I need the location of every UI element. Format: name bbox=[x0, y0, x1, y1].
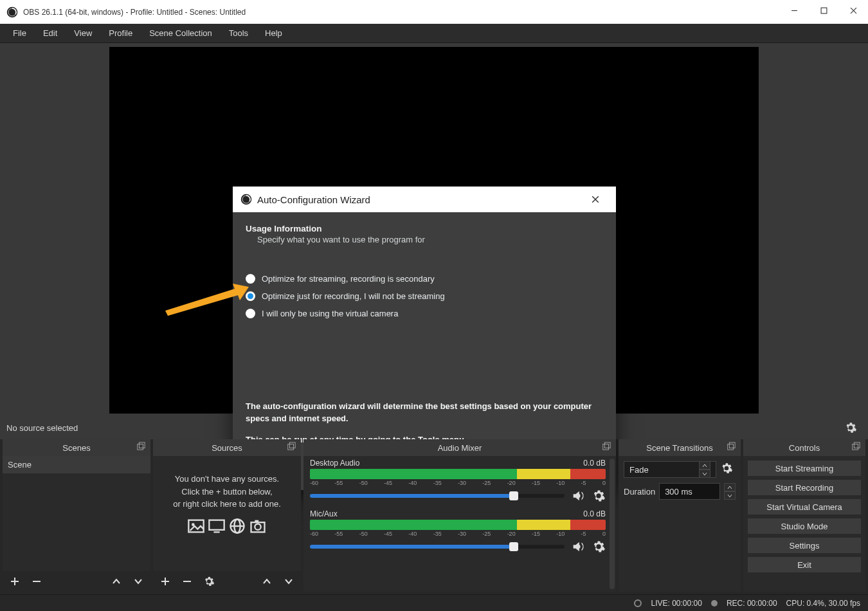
mix-meter bbox=[310, 520, 606, 530]
source-down-button[interactable] bbox=[282, 574, 296, 588]
obs-icon bbox=[240, 194, 252, 205]
close-button[interactable] bbox=[838, 0, 868, 21]
dialog-close-button[interactable] bbox=[583, 190, 608, 209]
control-button-settings[interactable]: Settings bbox=[747, 537, 862, 554]
dialog-titlebar[interactable]: Auto-Configuration Wizard bbox=[233, 187, 616, 212]
add-scene-button[interactable] bbox=[8, 574, 22, 588]
mix-channel-db: 0.0 dB bbox=[583, 459, 606, 468]
svg-rect-35 bbox=[853, 444, 858, 450]
dialog-subtitle: Specify what you want to use the program… bbox=[257, 235, 603, 244]
sources-empty-line: Click the + button below, bbox=[159, 486, 294, 498]
svg-rect-31 bbox=[603, 444, 609, 450]
gear-icon[interactable] bbox=[592, 489, 606, 503]
svg-rect-33 bbox=[728, 444, 734, 450]
dialog-heading: Usage Information bbox=[246, 224, 603, 233]
svg-rect-27 bbox=[255, 520, 258, 522]
obs-icon bbox=[6, 6, 18, 18]
live-indicator-icon bbox=[634, 599, 642, 607]
duration-spinner[interactable] bbox=[724, 483, 736, 500]
duration-input[interactable]: 300 ms bbox=[659, 483, 720, 500]
svg-rect-17 bbox=[289, 442, 295, 448]
control-button-start-recording[interactable]: Start Recording bbox=[747, 479, 862, 496]
scene-up-button[interactable] bbox=[109, 574, 123, 588]
source-up-button[interactable] bbox=[260, 574, 274, 588]
popout-icon[interactable] bbox=[136, 442, 147, 452]
control-button-start-streaming[interactable]: Start Streaming bbox=[747, 460, 862, 477]
gear-icon bbox=[203, 576, 215, 587]
menubar: File Edit View Profile Scene Collection … bbox=[0, 24, 868, 43]
remove-source-button[interactable] bbox=[180, 574, 194, 588]
mix-channel-db: 0.0 dB bbox=[583, 509, 606, 518]
audio-mixer-panel: Audio Mixer Desktop Audio0.0 dB -60-55-5… bbox=[303, 439, 616, 592]
svg-rect-20 bbox=[209, 520, 224, 529]
control-button-studio-mode[interactable]: Studio Mode bbox=[747, 518, 862, 534]
maximize-button[interactable] bbox=[809, 0, 838, 21]
display-source-icon bbox=[208, 517, 226, 535]
popout-icon[interactable] bbox=[602, 442, 612, 452]
svg-rect-12 bbox=[139, 442, 145, 448]
sources-panel: Sources You don't have any sources. Clic… bbox=[153, 439, 301, 592]
transitions-panel: Scene Transitions Fade Duration 300 ms bbox=[619, 439, 741, 592]
radio-icon bbox=[246, 274, 255, 284]
menu-tools[interactable]: Tools bbox=[221, 26, 256, 41]
panel-title: Scenes bbox=[62, 443, 90, 453]
duration-value: 300 ms bbox=[665, 487, 692, 497]
transition-select[interactable]: Fade bbox=[624, 461, 716, 478]
mix-volume-slider[interactable] bbox=[310, 545, 565, 549]
menu-edit[interactable]: Edit bbox=[35, 26, 65, 41]
panel-title: Audio Mixer bbox=[438, 443, 482, 453]
transition-value: Fade bbox=[629, 465, 649, 475]
camera-source-icon bbox=[249, 517, 267, 535]
add-source-button[interactable] bbox=[158, 574, 172, 588]
radio-option-virtualcam[interactable]: I will only be using the virtual camera bbox=[246, 309, 603, 318]
scrollbar[interactable] bbox=[610, 459, 615, 589]
rec-indicator-icon bbox=[711, 600, 718, 606]
dialog-desc-1: The auto-configuration wizard will deter… bbox=[246, 401, 603, 425]
titlebar[interactable]: OBS 26.1.1 (64-bit, windows) - Profile: … bbox=[0, 0, 868, 24]
menu-help[interactable]: Help bbox=[257, 26, 290, 41]
svg-rect-11 bbox=[138, 444, 143, 450]
scene-item[interactable]: Scene bbox=[3, 456, 150, 473]
mix-meter bbox=[310, 469, 606, 479]
panel-title: Scene Transitions bbox=[646, 443, 712, 453]
scenes-panel: Scenes Scene bbox=[3, 439, 150, 592]
source-properties-button[interactable] bbox=[840, 417, 862, 438]
window-title: OBS 26.1.1 (64-bit, windows) - Profile: … bbox=[23, 8, 246, 17]
scene-down-button[interactable] bbox=[131, 574, 145, 588]
radio-option-streaming[interactable]: Optimize for streaming, recording is sec… bbox=[246, 274, 603, 284]
sources-empty-line: You don't have any sources. bbox=[159, 473, 294, 486]
transition-settings-button[interactable] bbox=[720, 462, 736, 477]
popout-icon[interactable] bbox=[287, 442, 297, 452]
mix-channel-name: Desktop Audio bbox=[310, 459, 359, 468]
remove-scene-button[interactable] bbox=[30, 574, 44, 588]
radio-label: Optimize for streaming, recording is sec… bbox=[262, 274, 435, 284]
duration-label: Duration bbox=[624, 487, 655, 497]
menu-profile[interactable]: Profile bbox=[101, 26, 140, 41]
no-source-label: No source selected bbox=[6, 423, 78, 433]
dialog-title: Auto-Configuration Wizard bbox=[257, 194, 370, 205]
mix-channel-name: Mic/Aux bbox=[310, 509, 338, 518]
source-settings-button[interactable] bbox=[202, 574, 216, 588]
sources-empty-line: or right click here to add one. bbox=[159, 498, 294, 511]
popout-icon[interactable] bbox=[727, 442, 737, 452]
svg-rect-32 bbox=[604, 442, 610, 448]
popout-icon[interactable] bbox=[851, 442, 862, 452]
status-live: LIVE: 00:00:00 bbox=[651, 599, 701, 608]
control-button-exit[interactable]: Exit bbox=[747, 556, 862, 573]
image-source-icon bbox=[187, 517, 205, 535]
gear-icon bbox=[720, 462, 733, 475]
statusbar: LIVE: 00:00:00 REC: 00:00:00 CPU: 0.4%, … bbox=[0, 594, 868, 611]
control-button-start-virtual-camera[interactable]: Start Virtual Camera bbox=[747, 498, 862, 515]
speaker-icon[interactable] bbox=[571, 489, 585, 503]
gear-icon[interactable] bbox=[592, 540, 606, 554]
controls-panel: Controls Start StreamingStart RecordingS… bbox=[743, 439, 865, 592]
speaker-icon[interactable] bbox=[571, 540, 585, 554]
radio-option-recording[interactable]: Optimize just for recording, I will not … bbox=[246, 291, 603, 301]
menu-view[interactable]: View bbox=[66, 26, 100, 41]
menu-file[interactable]: File bbox=[5, 26, 34, 41]
radio-icon bbox=[246, 291, 255, 301]
globe-source-icon bbox=[228, 517, 246, 535]
menu-scene-collection[interactable]: Scene Collection bbox=[141, 26, 220, 41]
mix-volume-slider[interactable] bbox=[310, 494, 565, 498]
minimize-button[interactable] bbox=[779, 0, 809, 21]
